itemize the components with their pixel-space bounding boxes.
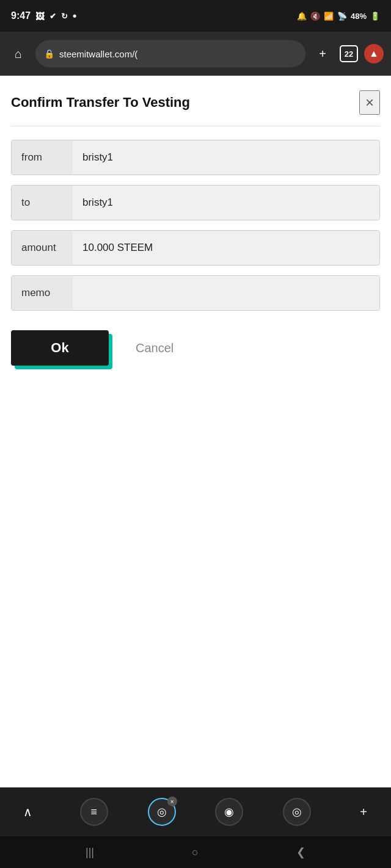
- url-text: steemitwallet.com/(: [59, 49, 137, 59]
- ok-button[interactable]: Ok: [11, 330, 109, 366]
- amount-label: amount: [12, 231, 73, 265]
- buttons-row: Ok Cancel: [11, 330, 380, 366]
- bottom-nav: ∧ ≡ ◎ × ◉ ◎ +: [0, 787, 391, 836]
- status-time: 9:47: [11, 10, 31, 21]
- browser-icon: ◎: [157, 805, 167, 819]
- status-bar: 9:47 🖼 ✔ ↻ • 🔔 🔇 📶 📡 48% 🔋: [0, 0, 391, 32]
- amount-value: 10.000 STEEM: [73, 231, 379, 265]
- close-button[interactable]: ×: [359, 90, 380, 115]
- photo-icon: 🖼: [35, 11, 45, 21]
- layers-icon: ◎: [292, 805, 302, 819]
- profile-button[interactable]: ▲: [364, 44, 384, 63]
- from-value: bristy1: [73, 140, 379, 175]
- ok-btn-wrapper: Ok: [11, 330, 109, 366]
- memo-label: memo: [12, 276, 73, 310]
- bell-mute-icon: 🔔: [297, 12, 307, 21]
- back-icon: ❮: [296, 845, 305, 859]
- wifi-icon: 📶: [324, 12, 334, 21]
- up-arrow-icon: ▲: [369, 48, 379, 59]
- browser-actions: + 22 ▲: [312, 43, 384, 65]
- memo-value: [73, 276, 379, 310]
- browser-bar: ⌂ 🔒 steemitwallet.com/( + 22 ▲: [0, 32, 391, 76]
- battery-text: 48%: [351, 12, 367, 21]
- nav-up-button[interactable]: ∧: [15, 799, 40, 825]
- status-right: 🔔 🔇 📶 📡 48% 🔋: [297, 12, 380, 21]
- android-recents-button[interactable]: |||: [86, 846, 94, 859]
- dialog-header: Confirm Transfer To Vesting ×: [11, 90, 380, 115]
- dot-icon: •: [73, 10, 76, 23]
- nav-menu-button[interactable]: ≡: [80, 798, 108, 826]
- tab-count-button[interactable]: 22: [340, 45, 358, 62]
- android-nav: ||| ○ ❮: [0, 836, 391, 868]
- android-home-button[interactable]: ○: [192, 846, 199, 859]
- new-tab-button[interactable]: +: [312, 43, 334, 65]
- address-bar[interactable]: 🔒 steemitwallet.com/(: [35, 40, 305, 67]
- plus-icon: +: [319, 47, 326, 61]
- signal-icon: 📡: [337, 12, 347, 21]
- android-back-button[interactable]: ❮: [296, 845, 305, 859]
- tab-count-text: 22: [345, 49, 353, 59]
- to-label: to: [12, 186, 73, 220]
- circle-icon: ○: [192, 846, 199, 859]
- plus-nav-icon: +: [360, 805, 367, 819]
- chevron-up-icon: ∧: [23, 805, 32, 819]
- nav-add-button[interactable]: +: [351, 799, 376, 825]
- to-row: to bristy1: [11, 185, 380, 220]
- recents-icon: |||: [86, 846, 94, 859]
- nav-steem-button[interactable]: ◉: [215, 798, 243, 826]
- from-label: from: [12, 140, 73, 175]
- cancel-button[interactable]: Cancel: [123, 335, 186, 361]
- to-value: bristy1: [73, 186, 379, 220]
- menu-icon: ≡: [91, 806, 98, 819]
- close-icon: ×: [365, 94, 374, 110]
- nav-extra-button[interactable]: ◎: [283, 798, 311, 826]
- divider: [11, 126, 380, 126]
- status-left: 9:47 🖼 ✔ ↻ •: [11, 10, 76, 23]
- lock-icon: 🔒: [44, 49, 54, 59]
- page-content: Confirm Transfer To Vesting × from brist…: [0, 76, 391, 787]
- sound-off-icon: 🔇: [310, 12, 320, 21]
- amount-row: amount 10.000 STEEM: [11, 230, 380, 266]
- dialog-title: Confirm Transfer To Vesting: [11, 95, 190, 110]
- memo-row: memo: [11, 275, 380, 311]
- battery-icon: 🔋: [370, 12, 380, 21]
- home-icon: ⌂: [15, 47, 22, 61]
- sync-icon: ↻: [61, 12, 68, 21]
- steem-icon: ◉: [224, 805, 234, 819]
- from-row: from bristy1: [11, 140, 380, 175]
- home-button[interactable]: ⌂: [7, 43, 29, 65]
- checkmark-icon: ✔: [49, 12, 56, 21]
- nav-active-tab-button[interactable]: ◎ ×: [148, 798, 176, 826]
- tab-close-badge[interactable]: ×: [167, 797, 177, 806]
